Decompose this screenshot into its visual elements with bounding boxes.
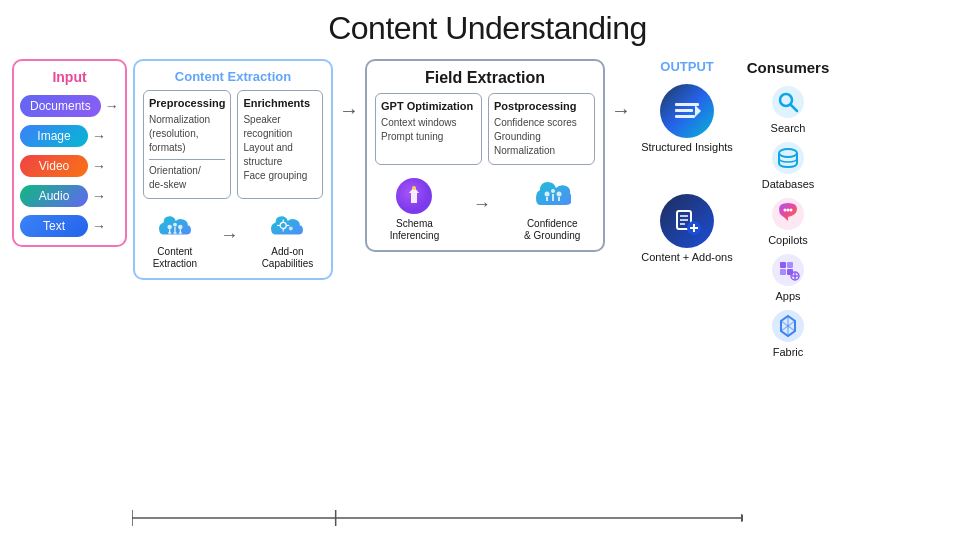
copilots-label: Copilots	[768, 234, 808, 246]
gpt-item1: Context windows	[381, 116, 476, 130]
consumer-search: Search	[770, 84, 806, 134]
post-item1: Confidence scores	[494, 116, 589, 130]
svg-point-2	[178, 225, 183, 230]
preprocessing-title: Preprocessing	[149, 97, 225, 109]
fabric-icon	[770, 308, 806, 344]
cloud-extraction-icon	[156, 211, 194, 243]
cloud-addon-icon	[268, 211, 306, 243]
svg-rect-46	[787, 262, 793, 268]
preprocessing-box: Preprocessing Normalization(resolution, …	[143, 90, 231, 199]
svg-point-35	[772, 86, 804, 118]
content-extraction-section: Content Extraction Preprocessing Normali…	[133, 59, 333, 280]
page-title: Content Understanding	[12, 10, 963, 47]
bottom-flow-arrow	[132, 508, 743, 528]
confidence-grounding-label: Confidence& Grounding	[524, 218, 580, 242]
section-arrow-2: →	[611, 59, 631, 122]
fe-icons-row: SchemaInferencing →	[375, 177, 595, 242]
content-addons-icon	[660, 194, 714, 248]
input-label: Input	[20, 69, 119, 85]
structured-insights-svg	[671, 95, 703, 127]
enrichments-box: Enrichments Speaker recognition Layout a…	[237, 90, 323, 199]
fe-boxes: GPT Optimization Context windows Prompt …	[375, 93, 595, 165]
audio-badge: Audio	[20, 185, 88, 207]
postprocessing-title: Postprocessing	[494, 100, 589, 112]
svg-rect-47	[780, 269, 786, 275]
consumers-section: Consumers Search	[743, 59, 833, 364]
postprocessing-box: Postprocessing Confidence scores Groundi…	[488, 93, 595, 165]
svg-point-14	[289, 227, 293, 231]
arrow-icon: →	[92, 128, 106, 144]
schema-inferencing-label: SchemaInferencing	[390, 218, 439, 242]
enrichments-title: Enrichments	[243, 97, 317, 109]
content-extraction-label: Content Extraction	[143, 69, 323, 84]
input-items: Documents → Image → Video → Audio → Text	[20, 95, 119, 237]
databases-icon	[770, 140, 806, 176]
databases-label: Databases	[762, 178, 815, 190]
svg-point-18	[545, 192, 550, 197]
consumers-title: Consumers	[747, 59, 830, 76]
gpt-optimization-box: GPT Optimization Context windows Prompt …	[375, 93, 482, 165]
bottom-flow-area	[132, 508, 743, 526]
flow-arrow-icon: →	[473, 194, 491, 215]
list-item: Text →	[20, 215, 119, 237]
list-item: Image →	[20, 125, 119, 147]
post-item3: Normalization	[494, 144, 589, 158]
svg-marker-60	[741, 514, 743, 522]
svg-point-17	[412, 186, 416, 190]
diagram-row: Input Documents → Image → Video → Audio …	[12, 59, 963, 504]
output-items: Structured Insights	[641, 84, 733, 264]
arrow-icon: →	[92, 218, 106, 234]
svg-point-41	[784, 209, 787, 212]
svg-point-0	[167, 225, 172, 230]
post-item2: Grounding	[494, 130, 589, 144]
content-addons-svg	[672, 206, 702, 236]
arrow-icon: →	[92, 158, 106, 174]
svg-point-43	[790, 209, 793, 212]
content-extraction-icon-block: ContentExtraction	[153, 211, 197, 270]
list-item: Documents →	[20, 95, 119, 117]
preprocessing-item1: Normalization(resolution, formats)	[149, 113, 225, 155]
consumer-copilots: Copilots	[768, 196, 808, 246]
list-item: Audio →	[20, 185, 119, 207]
confidence-grounding-block: Confidence& Grounding	[524, 177, 580, 242]
structured-insights-label: Structured Insights	[641, 141, 733, 154]
fabric-label: Fabric	[773, 346, 804, 358]
flow-arrow-icon: →	[220, 225, 238, 246]
field-extraction-section: Field Extraction GPT Optimization Contex…	[365, 59, 605, 252]
search-label: Search	[771, 122, 806, 134]
enrichments-item1: Speaker recognition	[243, 113, 317, 141]
content-addons-block: Content + Add-ons	[641, 194, 732, 264]
arrow-icon: →	[611, 99, 631, 122]
apps-label: Apps	[775, 290, 800, 302]
output-label: OUTPUT	[660, 59, 713, 74]
structured-insights-icon	[660, 84, 714, 138]
section-arrow-1: →	[339, 59, 359, 122]
svg-point-19	[551, 189, 555, 193]
ce-icons-row: ContentExtraction →	[143, 211, 323, 270]
consumer-fabric: Fabric	[770, 308, 806, 358]
field-extraction-title: Field Extraction	[375, 69, 595, 87]
confidence-grounding-icon	[533, 177, 571, 215]
preprocessing-item2: Orientation/de-skew	[149, 164, 225, 192]
svg-rect-45	[780, 262, 786, 268]
svg-marker-27	[695, 105, 701, 117]
ce-boxes: Preprocessing Normalization(resolution, …	[143, 90, 323, 199]
content-addons-label: Content + Add-ons	[641, 251, 732, 264]
consumer-databases: Databases	[762, 140, 815, 190]
arrow-icon: →	[339, 99, 359, 122]
text-badge: Text	[20, 215, 88, 237]
arrow-icon: →	[105, 98, 119, 114]
structured-insights-block: Structured Insights	[641, 84, 733, 154]
enrichments-item3: Face grouping	[243, 169, 317, 183]
svg-point-1	[173, 223, 177, 227]
svg-rect-25	[675, 109, 693, 112]
gpt-item2: Prompt tuning	[381, 130, 476, 144]
addon-capabilities-icon-block: Add-onCapabilities	[262, 211, 314, 270]
svg-point-20	[557, 192, 562, 197]
arrow-icon: →	[92, 188, 106, 204]
copilots-icon	[770, 196, 806, 232]
consumer-apps: Apps	[770, 252, 806, 302]
search-icon	[770, 84, 806, 120]
output-section: OUTPUT Structured Insights	[637, 59, 737, 264]
page: Content Understanding Input Documents → …	[0, 0, 975, 536]
